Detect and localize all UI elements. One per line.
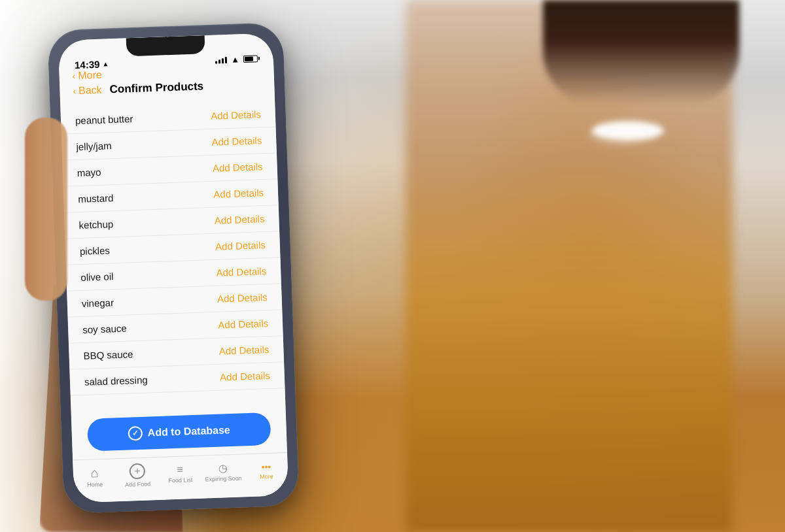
product-name: BBQ sauce — [83, 348, 133, 361]
add-details-link[interactable]: Add Details — [211, 135, 262, 148]
check-circle-icon: ✓ — [128, 426, 143, 441]
chevron-left-icon: ‹ — [72, 71, 75, 81]
tab-add-food[interactable]: + Add Food — [119, 463, 156, 488]
tab-food-list[interactable]: ≡ Food List — [162, 464, 198, 484]
tab-expiring-label: Expiring Soon — [205, 475, 242, 483]
tab-add-food-label: Add Food — [125, 480, 150, 488]
phone-screen: 14:39 ▲ ▲ — [58, 33, 289, 503]
teeth — [592, 121, 664, 141]
tab-home[interactable]: ⌂ Home — [77, 465, 113, 488]
phone-notch — [126, 35, 205, 56]
chevron-back-icon: ‹ — [73, 86, 76, 96]
add-details-link[interactable]: Add Details — [218, 344, 269, 357]
product-name: peanut butter — [75, 113, 133, 126]
tab-bar: ⌂ Home + Add Food ≡ Food List ◷ Expiring… — [73, 452, 288, 503]
add-to-database-button[interactable]: ✓ Add to Database — [87, 412, 271, 452]
add-details-link[interactable]: Add Details — [215, 239, 266, 252]
product-name: pickles — [80, 244, 110, 257]
button-area: ✓ Add to Database — [71, 403, 287, 459]
product-name: olive oil — [80, 271, 114, 283]
add-details-link[interactable]: Add Details — [213, 161, 263, 174]
tab-more-label: More — [260, 473, 273, 480]
add-details-link[interactable]: Add Details — [213, 187, 264, 200]
add-button-label: Add to Database — [147, 424, 230, 439]
add-details-link[interactable]: Add Details — [216, 265, 266, 278]
product-list: peanut butter Add Details jelly/jam Add … — [60, 95, 285, 410]
back-link[interactable]: ‹ Back — [73, 84, 102, 97]
person-status-icon: ▲ — [102, 60, 109, 67]
product-name: mayo — [77, 167, 101, 178]
back-label: Back — [78, 84, 102, 97]
checkmark-icon: ✓ — [131, 429, 138, 438]
product-name: salad dressing — [84, 374, 148, 387]
add-details-link[interactable]: Add Details — [214, 213, 264, 226]
hair — [543, 0, 739, 105]
add-details-link[interactable]: Add Details — [217, 291, 268, 305]
more-dots-icon: ••• — [261, 462, 271, 472]
product-name: mustard — [78, 192, 114, 205]
add-details-link[interactable]: Add Details — [218, 318, 268, 331]
product-name: ketchup — [78, 218, 113, 231]
signal-icon — [215, 56, 227, 64]
tab-home-label: Home — [87, 481, 103, 488]
product-name: jelly/jam — [76, 140, 112, 152]
more-label: More — [78, 69, 102, 82]
food-list-icon: ≡ — [177, 465, 183, 475]
home-icon: ⌂ — [90, 466, 99, 479]
add-details-link[interactable]: Add Details — [220, 370, 270, 383]
tab-expiring-soon[interactable]: ◷ Expiring Soon — [205, 463, 242, 483]
phone-body: 14:39 ▲ ▲ — [58, 33, 289, 503]
expiring-soon-icon: ◷ — [218, 463, 228, 473]
phone-device: 14:39 ▲ ▲ — [54, 29, 293, 507]
tab-more[interactable]: ••• More — [248, 461, 285, 480]
page-title: Confirm Products — [109, 80, 203, 96]
battery-fill — [245, 56, 253, 61]
add-food-icon: + — [129, 463, 145, 480]
fingers — [25, 118, 67, 301]
product-name: vinegar — [82, 297, 114, 309]
add-details-link[interactable]: Add Details — [211, 108, 261, 122]
battery-icon — [243, 55, 258, 63]
product-name: soy sauce — [82, 323, 127, 335]
tab-food-list-label: Food List — [168, 476, 192, 484]
